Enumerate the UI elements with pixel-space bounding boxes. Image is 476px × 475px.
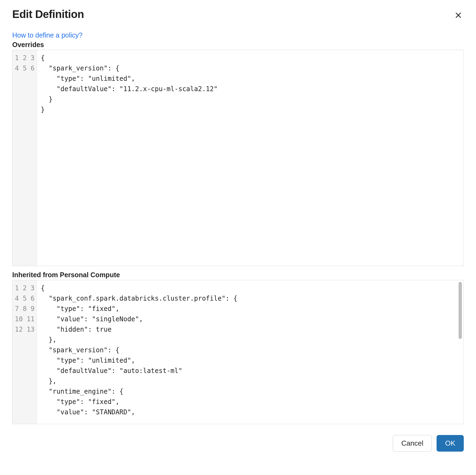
dialog-title: Edit Definition — [12, 8, 84, 20]
overrides-gutter: 1 2 3 4 5 6 — [13, 50, 37, 266]
inherited-scrollbar[interactable] — [459, 282, 462, 422]
close-icon — [455, 11, 462, 19]
overrides-code[interactable]: { "spark_version": { "type": "unlimited"… — [37, 50, 463, 266]
inherited-editor: 1 2 3 4 5 6 7 8 9 10 11 12 13 { "spark_c… — [12, 280, 464, 424]
inherited-scrollbar-thumb[interactable] — [459, 282, 462, 339]
inherited-gutter: 1 2 3 4 5 6 7 8 9 10 11 12 13 — [13, 280, 37, 424]
overrides-label: Overrides — [12, 41, 464, 49]
edit-definition-dialog: Edit Definition How to define a policy? … — [0, 0, 476, 462]
cancel-button[interactable]: Cancel — [393, 435, 432, 452]
help-link[interactable]: How to define a policy? — [12, 31, 82, 39]
inherited-code: { "spark_conf.spark.databricks.cluster.p… — [37, 280, 463, 424]
dialog-header: Edit Definition — [12, 8, 464, 31]
overrides-editor[interactable]: 1 2 3 4 5 6 { "spark_version": { "type":… — [12, 50, 464, 266]
dialog-footer: Cancel OK — [12, 435, 464, 452]
close-button[interactable] — [453, 10, 464, 21]
ok-button[interactable]: OK — [437, 435, 464, 452]
inherited-label: Inherited from Personal Compute — [12, 271, 464, 279]
